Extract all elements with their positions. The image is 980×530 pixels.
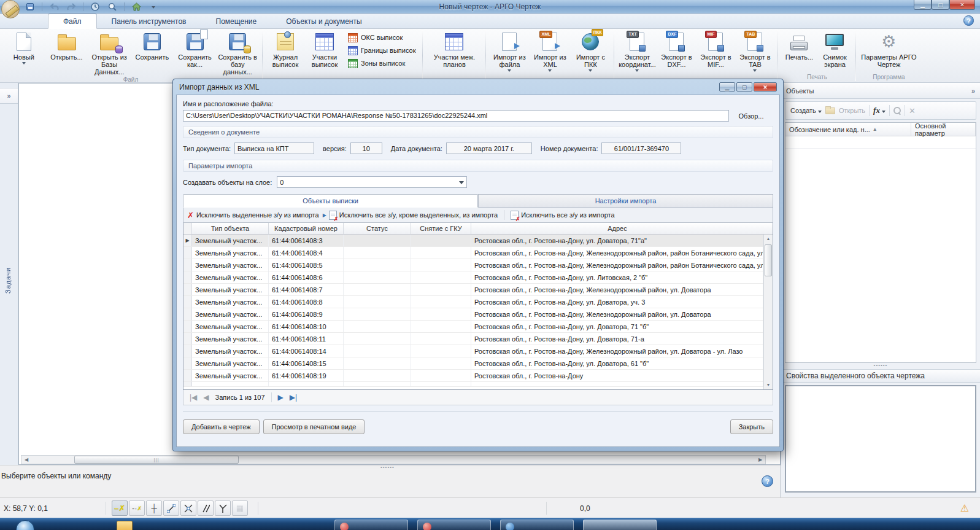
snap-parallel-button[interactable]: [198, 501, 214, 516]
ribbon-button[interactable]: Открыть...: [45, 30, 88, 72]
snap-cross-button[interactable]: [180, 501, 196, 516]
ribbon-button[interactable]: Новый: [2, 30, 45, 72]
dialog-close-action-button[interactable]: Закрыть: [730, 419, 773, 434]
open-button[interactable]: Открыть: [839, 107, 865, 114]
ribbon-tab[interactable]: Помещение: [201, 14, 272, 29]
taskbar-app-button[interactable]: [500, 520, 574, 530]
ribbon-button[interactable]: Сохранить: [131, 30, 174, 72]
scrollbar-thumb[interactable]: |||: [74, 456, 239, 464]
close-button[interactable]: ✕: [949, 0, 975, 10]
snap-nearest-button[interactable]: -·✗: [129, 501, 145, 516]
table-row[interactable]: ▶ Земельный участок... 61:44:0061408:10 …: [183, 321, 773, 333]
ribbon-button[interactable]: Снимок экрана: [817, 30, 852, 72]
ribbon-tab[interactable]: Файл: [48, 14, 97, 29]
column-header-status[interactable]: Статус: [344, 223, 411, 234]
dialog-tab[interactable]: Настройки импорта: [478, 194, 773, 208]
table-row[interactable]: ▶ Земельный участок... 61:44:0061408:8 Р…: [183, 296, 773, 308]
scroll-down-icon[interactable]: ▼: [764, 381, 773, 389]
context-help-icon[interactable]: ?: [762, 475, 773, 487]
layer-combobox[interactable]: 0: [277, 176, 467, 188]
first-record-button[interactable]: |◀: [190, 393, 197, 402]
ribbon-button[interactable]: Участки выписок: [305, 30, 344, 72]
ribbon-small-button[interactable]: ОКС выписок: [345, 31, 418, 44]
column-header-address[interactable]: Адрес: [471, 223, 763, 234]
maximize-button[interactable]: ▢: [932, 0, 949, 10]
table-row[interactable]: ▶ Земельный участок... 61:44:0061408:3 Р…: [183, 235, 773, 247]
delete-object-icon[interactable]: ✕: [909, 106, 916, 115]
exclude-all-except-selected-button[interactable]: ▶ Исключить все з/у, кроме выделенных, и…: [323, 211, 498, 220]
table-row[interactable]: ▶ Земельный участок... 61:44:0061408:15 …: [183, 357, 773, 370]
snap-perpendicular-button[interactable]: [215, 501, 231, 516]
table-row[interactable]: ▶ Земельный участок... 61:44:0061408:19 …: [183, 370, 773, 382]
ribbon-button[interactable]: ПКК Импорт с ПКК: [570, 30, 611, 72]
scroll-right-icon[interactable]: ▶: [755, 456, 765, 464]
table-row[interactable]: ▶ Земельный участок... 61:44:0061408:5 Р…: [183, 259, 773, 271]
minimize-button[interactable]: ▁: [914, 0, 932, 10]
ribbon-tab[interactable]: Панель инструментов: [97, 14, 201, 29]
ribbon-button[interactable]: Журнал выписок: [266, 30, 305, 72]
fx-button[interactable]: fx: [873, 106, 885, 115]
panel-splitter[interactable]: ••••••: [781, 363, 980, 369]
start-button[interactable]: [16, 520, 34, 530]
version-value[interactable]: 10: [350, 142, 382, 154]
file-path-input[interactable]: C:\Users\User\Desktop\УЧАСТКИ\УЧАСТКИ РО…: [183, 110, 729, 122]
dialog-maximize-button[interactable]: ▢: [736, 82, 752, 92]
column-header-designation[interactable]: Обозначение или кад. н... ▲: [785, 123, 911, 136]
doc-type-value[interactable]: Выписка на КПТ: [234, 142, 314, 154]
table-row[interactable]: ▶ Земельный участок... 61:44:0061408:4 Р…: [183, 247, 773, 259]
app-logo-icon[interactable]: [1, 0, 20, 18]
ribbon-button[interactable]: Открыть из Базы Данных...: [88, 30, 131, 76]
next-record-button[interactable]: ▶: [278, 393, 284, 402]
dialog-close-button[interactable]: ✕: [754, 82, 777, 92]
create-button[interactable]: Создать: [790, 107, 822, 114]
last-record-button[interactable]: ▶|: [290, 393, 297, 402]
scroll-up-icon[interactable]: ▲: [764, 235, 773, 243]
column-header-type[interactable]: Тип объекта: [192, 223, 269, 234]
dialog-tab[interactable]: Объекты выписки: [183, 194, 478, 208]
ribbon-button[interactable]: Импорт из файла: [489, 30, 530, 72]
taskbar-app-button[interactable]: [417, 520, 491, 530]
taskbar-app-button[interactable]: [334, 520, 408, 530]
help-button[interactable]: ?: [963, 15, 974, 26]
column-header-removal[interactable]: Снятие с ГКУ: [411, 223, 471, 234]
snap-endpoint-button[interactable]: [163, 501, 179, 516]
taskbar-app-button[interactable]: [583, 520, 657, 530]
ribbon-button[interactable]: TXT Экспорт координат...: [617, 30, 657, 72]
previous-record-button[interactable]: ◀: [203, 393, 209, 402]
table-row[interactable]: ▶ Земельный участок... 61:44:0061408:9 Р…: [183, 308, 773, 321]
snap-center-button[interactable]: ┼: [146, 501, 162, 516]
ribbon-button[interactable]: ⚙ Параметры АРГО Чертеж: [859, 30, 918, 72]
exclude-selected-button[interactable]: ✗ Исключить выделенные з/у из импорта: [187, 211, 319, 220]
table-row[interactable]: ▶ Земельный участок... 61:44:0061408:7 Р…: [183, 284, 773, 296]
ribbon-tab[interactable]: Объекты и документы: [271, 14, 376, 29]
taskbar-explorer-button[interactable]: [117, 521, 133, 530]
add-to-drawing-button[interactable]: Добавить в чертеж: [183, 419, 260, 434]
dialog-minimize-button[interactable]: ▁: [719, 82, 735, 92]
table-vertical-scrollbar[interactable]: ▲ ▼: [763, 235, 773, 389]
zoom-to-object-icon[interactable]: [893, 107, 901, 114]
print-preview-button[interactable]: Просмотр в печатном виде: [263, 419, 365, 434]
exclude-all-button[interactable]: Исключить все з/у из импорта: [511, 211, 614, 220]
ribbon-button[interactable]: XML Импорт из XML: [530, 30, 570, 72]
browse-button[interactable]: Обзор...: [729, 111, 773, 122]
ribbon-button[interactable]: Сохранить в базу данных...: [216, 30, 259, 76]
ribbon-button[interactable]: TAB Экспорт в TAB: [735, 30, 774, 72]
left-panel-expand-button[interactable]: »: [0, 88, 18, 104]
scrollbar-thumb[interactable]: [765, 244, 772, 276]
dialog-title-bar[interactable]: Импорт данных из XML ▁ ▢ ✕: [173, 79, 783, 95]
scroll-left-icon[interactable]: ◀: [21, 456, 31, 464]
ribbon-button[interactable]: MIF Экспорт в MIF...: [696, 30, 735, 72]
ribbon-button[interactable]: Участки меж. планов: [426, 30, 482, 72]
ribbon-button[interactable]: DXF Экспорт в DXF...: [657, 30, 696, 72]
canvas-horizontal-scrollbar[interactable]: ◀ ||| ▶: [21, 455, 766, 464]
ribbon-button[interactable]: Печать...: [781, 30, 817, 72]
doc-date-value[interactable]: 20 марта 2017 г.: [446, 142, 532, 154]
warning-icon[interactable]: ⚠: [960, 502, 969, 514]
column-header-cadastral[interactable]: Кадастровый номер: [269, 223, 344, 234]
snap-intersection-button[interactable]: –✗: [112, 501, 128, 516]
table-row[interactable]: ▶ Земельный участок... 61:44:0061408:14 …: [183, 345, 773, 357]
table-row[interactable]: ▶ Земельный участок... 61:44:0061408:6 Р…: [183, 271, 773, 284]
table-row[interactable]: ▶ Земельный участок... 61:44:0061408:11 …: [183, 333, 773, 345]
ribbon-small-button[interactable]: Зоны выписок: [345, 57, 418, 69]
doc-number-value[interactable]: 61/001/17-369470: [601, 142, 681, 154]
